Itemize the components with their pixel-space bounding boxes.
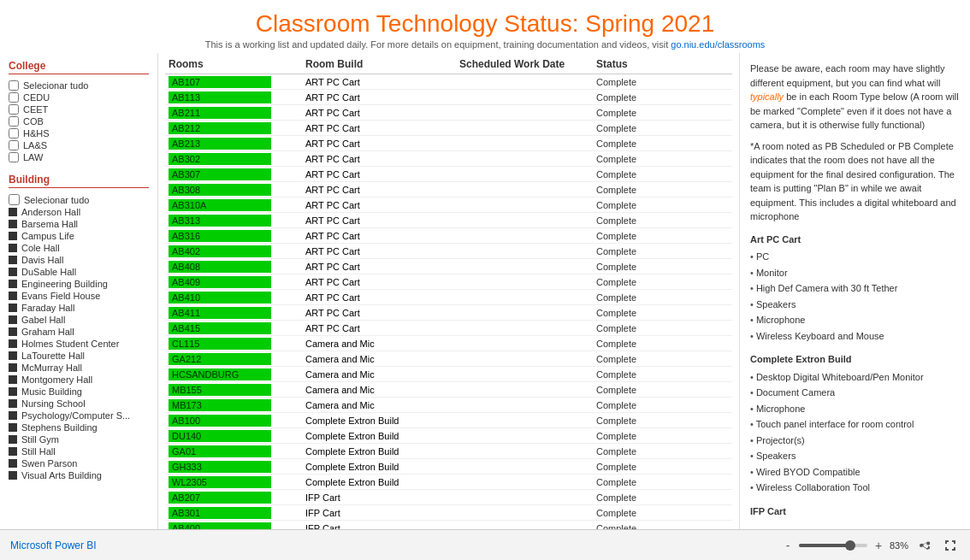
niu-classrooms-link[interactable]: go.niu.edu/classrooms — [671, 39, 765, 50]
college-filter-cob[interactable]: COB — [9, 115, 149, 127]
ifp-cart-section: IFP Cart — [750, 504, 960, 519]
building-checkbox-all[interactable] — [9, 194, 20, 205]
room-badge: AB301 — [169, 507, 271, 519]
college-label-las: LA&S — [23, 140, 47, 150]
zoom-in-button[interactable]: + — [871, 538, 886, 553]
building-item-13[interactable]: LaTourette Hall — [9, 350, 149, 362]
complete-extron-title: Complete Extron Build — [750, 352, 960, 367]
building-item-14[interactable]: McMurray Hall — [9, 362, 149, 374]
table-row: HCSANDBURG Camera and Mic Complete — [165, 367, 732, 382]
cell-build: ART PC Cart — [302, 261, 456, 273]
building-bullet — [9, 280, 17, 288]
college-checkbox-all[interactable] — [9, 80, 19, 91]
building-item-4[interactable]: Cole Hall — [9, 242, 149, 254]
college-filter-ceet[interactable]: CEET — [9, 103, 149, 115]
room-badge: AB313 — [169, 215, 271, 227]
building-item-7[interactable]: Engineering Building — [9, 278, 149, 290]
college-filter-las[interactable]: LA&S — [9, 139, 149, 151]
table-row: AB207 IFP Cart Complete — [165, 490, 732, 505]
table-row: WL2305 Complete Extron Build Complete — [165, 475, 732, 490]
zoom-slider[interactable] — [799, 544, 867, 547]
building-item-15[interactable]: Montgomery Hall — [9, 374, 149, 386]
share-button[interactable] — [915, 536, 934, 555]
cell-status: Complete — [593, 338, 678, 350]
cell-build: IFP Cart — [302, 507, 456, 519]
building-item-0[interactable]: Selecionar tudo — [9, 193, 149, 206]
building-item-1[interactable]: Anderson Hall — [9, 206, 149, 218]
college-checkbox-cob[interactable] — [9, 116, 19, 127]
building-bullet — [9, 387, 17, 396]
building-item-18[interactable]: Psychology/Computer S... — [9, 410, 149, 421]
building-label: Graham Hall — [21, 327, 74, 337]
building-item-5[interactable]: Davis Hall — [9, 254, 149, 266]
zoom-percent: 83% — [890, 540, 908, 551]
building-item-2[interactable]: Barsema Hall — [9, 218, 149, 230]
table-row: AB213 ART PC Cart Complete — [165, 136, 732, 151]
cell-room: MB155 — [165, 383, 302, 397]
room-badge: GA01 — [169, 445, 271, 457]
building-bullet — [9, 232, 17, 240]
table-row: AB400 IFP Cart Complete — [165, 521, 732, 529]
info-paragraph-2: *A room noted as PB Scheduled or PB Comp… — [750, 139, 960, 224]
cell-room: AB113 — [165, 91, 302, 104]
table-row: AB411 ART PC Cart Complete — [165, 305, 732, 321]
cell-date — [456, 327, 593, 329]
art-pc-cart-section: Art PC Cart PCMonitorHigh Def Camera wit… — [750, 233, 960, 345]
college-checkbox-las[interactable] — [9, 140, 19, 150]
info-text-1a: Please be aware, each room may have slig… — [750, 63, 944, 88]
college-filter-hhs[interactable]: H&HS — [9, 127, 149, 139]
building-label: Nursing School — [21, 398, 86, 409]
cell-date — [456, 204, 593, 206]
cell-status: Complete — [593, 76, 678, 88]
table-row: AB402 ART PC Cart Complete — [165, 244, 732, 259]
building-item-3[interactable]: Campus Life — [9, 230, 149, 242]
college-filter-law[interactable]: LAW — [9, 151, 149, 163]
building-label: Holmes Student Center — [21, 339, 119, 349]
building-item-9[interactable]: Faraday Hall — [9, 302, 149, 314]
table-body: AB107 ART PC Cart Complete AB113 ART PC … — [165, 74, 732, 529]
powerbi-link[interactable]: Microsoft Power BI — [10, 539, 97, 551]
college-label-cob: COB — [23, 116, 44, 127]
building-item-6[interactable]: DuSable Hall — [9, 266, 149, 278]
building-item-11[interactable]: Graham Hall — [9, 326, 149, 338]
cell-room: AB410 — [165, 291, 302, 304]
college-filter-cedu[interactable]: CEDU — [9, 91, 149, 103]
table-row: GH333 Complete Extron Build Complete — [165, 459, 732, 475]
cell-date — [456, 112, 593, 114]
fullscreen-button[interactable] — [941, 536, 960, 555]
building-label: Cole Hall — [21, 243, 60, 253]
building-label: Still Hall — [21, 446, 56, 457]
building-item-20[interactable]: Still Gym — [9, 433, 149, 445]
building-item-17[interactable]: Nursing School — [9, 398, 149, 410]
cell-date — [456, 220, 593, 221]
table-area[interactable]: Rooms Room Build Scheduled Work Date Sta… — [158, 53, 739, 529]
col-header-rooms: Rooms — [165, 58, 302, 70]
cell-room: AB402 — [165, 245, 302, 258]
college-checkbox-cedu[interactable] — [9, 92, 19, 103]
building-item-19[interactable]: Stephens Building — [9, 421, 149, 433]
room-badge: AB310A — [169, 199, 271, 211]
building-bullet — [9, 208, 17, 216]
building-item-22[interactable]: Swen Parson — [9, 457, 149, 469]
building-item-21[interactable]: Still Hall — [9, 445, 149, 457]
main-container: Classroom Technology Status: Spring 2021… — [0, 0, 970, 560]
college-checkbox-ceet[interactable] — [9, 104, 19, 115]
building-item-23[interactable]: Visual Arts Building — [9, 469, 149, 481]
college-filter-all[interactable]: Selecionar tudo — [9, 80, 149, 91]
building-label: Stephens Building — [21, 422, 98, 433]
building-item-8[interactable]: Evans Field House — [9, 290, 149, 302]
college-checkbox-hhs[interactable] — [9, 128, 19, 139]
college-checkbox-law[interactable] — [9, 152, 19, 162]
building-item-16[interactable]: Music Building — [9, 386, 149, 398]
building-item-10[interactable]: Gabel Hall — [9, 314, 149, 326]
cell-build: ART PC Cart — [302, 307, 456, 319]
college-section-title: College — [9, 60, 149, 74]
room-badge: WL2305 — [169, 476, 271, 488]
building-label: Still Gym — [21, 434, 59, 445]
cell-status: Complete — [593, 353, 678, 365]
cell-build: IFP Cart — [302, 522, 456, 530]
room-badge: AB408 — [169, 261, 271, 273]
building-item-12[interactable]: Holmes Student Center — [9, 338, 149, 350]
cell-room: AB302 — [165, 152, 302, 166]
zoom-out-button[interactable]: - — [780, 538, 796, 553]
